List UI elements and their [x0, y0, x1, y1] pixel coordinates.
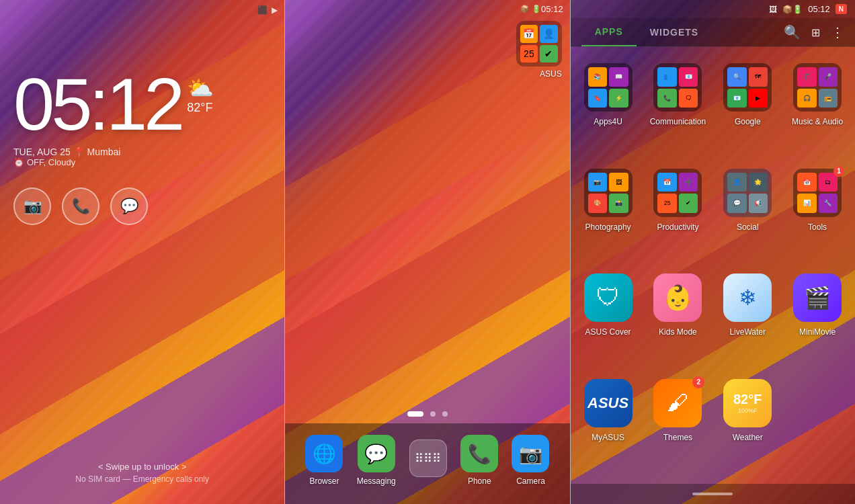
drawer-battery-icon: 📦🔋	[782, 5, 803, 14]
drawer-time: 05:12	[808, 4, 830, 14]
lock-camera-button[interactable]: 📷	[13, 187, 51, 225]
music-label: Music & Audio	[792, 117, 843, 126]
folder-mini-1: 📅	[520, 25, 538, 43]
app-item-photography[interactable]: 📷 🖼 🎨 📸 Photography	[576, 163, 641, 263]
weather-icon: ⛅	[187, 75, 214, 101]
grid-view-icon[interactable]: ⊞	[811, 26, 820, 39]
app-item-weather[interactable]: 82°F 100%F Weather	[715, 374, 780, 474]
social-mini-2: 🌟	[749, 173, 768, 192]
app-item-livewater[interactable]: ❄ LiveWater	[715, 268, 780, 368]
app-item-music[interactable]: 🎵 🎤 🎧 📻 Music & Audio	[785, 58, 850, 158]
livewater-label: LiveWater	[729, 327, 766, 337]
tab-apps[interactable]: APPS	[581, 18, 637, 46]
dock-messaging[interactable]: 💬 Messaging	[357, 435, 396, 486]
drawer-action-icons: 🔍 ⊞ ⋮	[784, 24, 844, 40]
photo-mini-2: 🖼	[609, 173, 628, 192]
drawer-tabs: APPS WIDGETS 🔍 ⊞ ⋮	[571, 18, 855, 47]
themes-glyph: 🖌	[667, 390, 688, 415]
alarm-text: OFF, Cloudy	[27, 157, 75, 167]
apps4u-mini-4: ⚡	[609, 89, 628, 108]
asus-cover-label: ASUS Cover	[585, 327, 631, 337]
home-dock: 🌐 Browser 💬 Messaging ⠿⠿⠿ 📞 Phone 📷 Came…	[285, 423, 569, 504]
asus-folder-label: ASUS	[540, 69, 562, 79]
productivity-label: Productivity	[657, 222, 698, 232]
app-item-tools[interactable]: 📅 🗂 📊 🔧 1 Tools	[785, 163, 850, 263]
social-mini-1: 👤	[727, 173, 747, 192]
dot-2	[430, 411, 436, 417]
location-text: Mumbai	[87, 146, 121, 157]
folder-mini-4: ✔	[540, 45, 558, 63]
dot-3	[442, 411, 448, 417]
asus-folder-container[interactable]: 📅 👤 25 ✔ ASUS	[285, 21, 569, 79]
date-text: TUE, AUG 25	[13, 146, 71, 157]
dock-apps-grid[interactable]: ⠿⠿⠿	[409, 439, 447, 481]
app-item-minimovie[interactable]: 🎬 MiniMovie	[785, 268, 850, 368]
prod-mini-1: 📅	[657, 173, 677, 192]
kids-mode-glyph: 👶	[663, 284, 693, 312]
prod-mini-4: ✔	[679, 194, 698, 213]
messages-icon: 💬	[120, 198, 138, 215]
prod-mini-2: ➕	[679, 173, 698, 192]
music-mini-2: 🎤	[819, 67, 838, 87]
dock-browser[interactable]: 🌐 Browser	[305, 435, 343, 486]
lock-time-display: 05:12 ⛅ 82°F	[0, 67, 284, 141]
google-folder: 🔍 🗺 📧 ▶	[723, 63, 772, 112]
app-item-themes[interactable]: 🖌 2 Themes	[645, 374, 710, 474]
folder-mini-3: 25	[520, 45, 538, 63]
tools-badge: 1	[833, 166, 844, 177]
tab-widgets[interactable]: WIDGETS	[637, 19, 712, 46]
lock-alarm: ⏰ OFF, Cloudy	[0, 157, 284, 167]
app-item-productivity[interactable]: 📅 ➕ 25 ✔ Productivity	[645, 163, 710, 263]
camera-icon: 📷	[24, 198, 42, 215]
app-item-google[interactable]: 🔍 🗺 📧 ▶ Google	[715, 58, 780, 158]
home-indicator	[692, 493, 733, 495]
app-item-kids-mode[interactable]: 👶 Kids Mode	[645, 268, 710, 368]
battery-status-icon: 📦 🔋	[520, 5, 541, 13]
music-folder: 🎵 🎤 🎧 📻	[793, 63, 842, 112]
myasus-glyph: ASUS	[587, 394, 628, 412]
apps4u-label: Apps4U	[594, 117, 622, 126]
lock-messages-button[interactable]: 💬	[110, 187, 148, 225]
app-item-myasus[interactable]: ASUS MyASUS	[576, 374, 641, 474]
dock-camera[interactable]: 📷 Camera	[512, 435, 549, 486]
app-item-social[interactable]: 👤 🌟 💬 📢 Social	[715, 163, 780, 263]
lock-quick-buttons: 📷 📞 💬	[0, 187, 284, 225]
app-item-asus-cover[interactable]: 🛡 ASUS Cover	[576, 268, 641, 368]
dock-phone[interactable]: 📞 Phone	[460, 435, 498, 486]
drawer-bottom-bar	[571, 484, 855, 504]
kids-mode-label: Kids Mode	[659, 327, 697, 337]
lock-bottom: < Swipe up to unlock > No SIM card — Eme…	[0, 462, 284, 484]
prod-mini-3: 25	[657, 194, 677, 213]
app-item-apps4u[interactable]: 📚 📖 🔖 ⚡ Apps4U	[576, 58, 641, 158]
asus-folder[interactable]: 📅 👤 25 ✔	[516, 21, 562, 67]
minimovie-label: MiniMovie	[799, 327, 836, 337]
page-dots	[285, 411, 569, 417]
google-label: Google	[735, 117, 761, 126]
messaging-label: Messaging	[357, 476, 396, 486]
app-drawer-panel: 🖼 📦🔋 05:12 N APPS WIDGETS 🔍 ⊞ ⋮	[571, 0, 855, 504]
myasus-icon: ASUS	[584, 379, 633, 427]
lock-phone-button[interactable]: 📞	[62, 187, 99, 225]
lock-weather: ⛅ 82°F	[187, 75, 214, 115]
tools-folder: 📅 🗂 📊 🔧	[793, 169, 842, 217]
app-item-communication[interactable]: 👥 📧 📞 🗨 Communication	[645, 58, 710, 158]
messaging-icon: 💬	[358, 435, 395, 472]
lock-time-digits: 05:12	[13, 67, 181, 141]
weather-icon: 82°F 100%F	[723, 379, 772, 427]
social-mini-3: 💬	[727, 194, 747, 213]
no-sim-text: No SIM card — Emergency calls only	[0, 474, 284, 484]
myasus-label: MyASUS	[592, 433, 624, 442]
asus-cover-glyph: 🛡	[596, 284, 620, 312]
search-icon[interactable]: 🔍	[784, 24, 801, 40]
social-label: Social	[737, 222, 759, 232]
weather-temp: 82°F	[187, 101, 212, 115]
tools-mini-3: 📊	[797, 194, 817, 213]
livewater-glyph: ❄	[739, 285, 757, 310]
themes-icon-wrapper: 🖌 2	[653, 379, 702, 427]
location-pin-icon: 📍	[73, 146, 85, 157]
more-options-icon[interactable]: ⋮	[831, 24, 844, 40]
social-folder: 👤 🌟 💬 📢	[723, 169, 772, 217]
widgets-tab-label: WIDGETS	[650, 27, 698, 38]
kids-mode-icon: 👶	[653, 274, 702, 322]
photography-label: Photography	[585, 222, 631, 232]
